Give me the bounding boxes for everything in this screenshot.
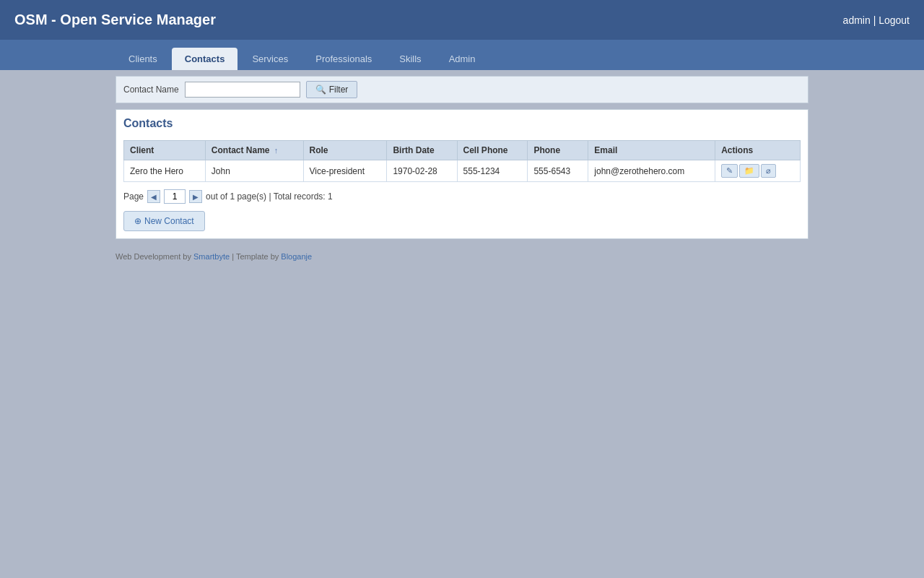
filter-button-label: Filter (329, 85, 349, 95)
table-header-row: Client Contact Name ↑ Role Birth Date Ce… (124, 141, 801, 160)
new-contact-icon: ⊕ (134, 216, 141, 226)
col-phone: Phone (528, 141, 588, 160)
folder-button[interactable]: 📁 (739, 164, 759, 178)
contacts-title: Contacts (123, 117, 801, 133)
app-title: OSM - Open Service Manager (14, 12, 216, 28)
page-label: Page (123, 191, 144, 202)
page-number-input[interactable] (164, 189, 186, 204)
delete-button[interactable]: ⌀ (761, 164, 776, 178)
next-page-button[interactable]: ▶ (189, 190, 202, 203)
tab-contacts[interactable]: Contacts (172, 48, 238, 70)
new-contact-label: New Contact (144, 216, 194, 226)
new-contact-button[interactable]: ⊕ New Contact (123, 211, 205, 231)
col-birth-date: Birth Date (387, 141, 457, 160)
prev-page-button[interactable]: ◀ (147, 190, 160, 203)
sort-icon: ↑ (274, 146, 279, 155)
col-email: Email (588, 141, 715, 160)
footer-text-between: | Template by (230, 252, 281, 261)
cell-actions: ✎📁⌀ (715, 160, 801, 182)
search-icon: 🔍 (315, 85, 326, 95)
pagination: Page ◀ ▶ out of 1 page(s) | Total record… (123, 189, 801, 204)
filter-button[interactable]: 🔍 Filter (306, 81, 358, 98)
cell-email: john@zerothehero.com (588, 160, 715, 182)
contacts-table: Client Contact Name ↑ Role Birth Date Ce… (123, 140, 801, 182)
tab-clients[interactable]: Clients (116, 48, 170, 70)
tab-services[interactable]: Services (239, 48, 301, 70)
user-area: admin | Logout (843, 14, 910, 26)
content-wrapper: Contact Name 🔍 Filter Contacts Client Co… (0, 70, 924, 245)
edit-button[interactable]: ✎ (721, 164, 738, 178)
cell-contact-name: John (205, 160, 303, 182)
smartbyte-link[interactable]: Smartbyte (193, 252, 230, 261)
col-client: Client (124, 141, 206, 160)
footer: Web Development by Smartbyte | Template … (0, 245, 924, 268)
table-row: Zero the HeroJohnVice-president1970-02-2… (124, 160, 801, 182)
total-records-count: 1 (328, 191, 333, 202)
cell-client: Zero the Hero (124, 160, 206, 182)
cell-phone: 555-6543 (528, 160, 588, 182)
tab-professionals[interactable]: Professionals (302, 48, 385, 70)
navigation: Clients Contacts Services Professionals … (0, 40, 924, 70)
total-pages-text: out of 1 page(s) | Total records: 1 (206, 191, 333, 202)
bloganje-link[interactable]: Bloganje (281, 252, 312, 261)
user-separator: | (873, 14, 876, 26)
col-role: Role (303, 141, 387, 160)
col-cell-phone: Cell Phone (457, 141, 528, 160)
contacts-tbody: Zero the HeroJohnVice-president1970-02-2… (124, 160, 801, 182)
col-contact-name[interactable]: Contact Name ↑ (205, 141, 303, 160)
cell-role: Vice-president (303, 160, 387, 182)
contacts-panel: Contacts Client Contact Name ↑ Role Birt… (116, 109, 808, 239)
header: OSM - Open Service Manager admin | Logou… (0, 0, 924, 40)
cell-cell-phone: 555-1234 (457, 160, 528, 182)
filter-bar: Contact Name 🔍 Filter (116, 76, 808, 103)
contact-name-input[interactable] (185, 82, 300, 98)
col-actions: Actions (715, 141, 801, 160)
cell-birth-date: 1970-02-28 (387, 160, 457, 182)
filter-label: Contact Name (123, 85, 179, 95)
tab-skills[interactable]: Skills (386, 48, 434, 70)
username-label: admin (843, 14, 871, 26)
footer-text-before: Web Development by (116, 252, 193, 261)
tab-admin[interactable]: Admin (436, 48, 489, 70)
logout-link[interactable]: Logout (879, 14, 910, 26)
